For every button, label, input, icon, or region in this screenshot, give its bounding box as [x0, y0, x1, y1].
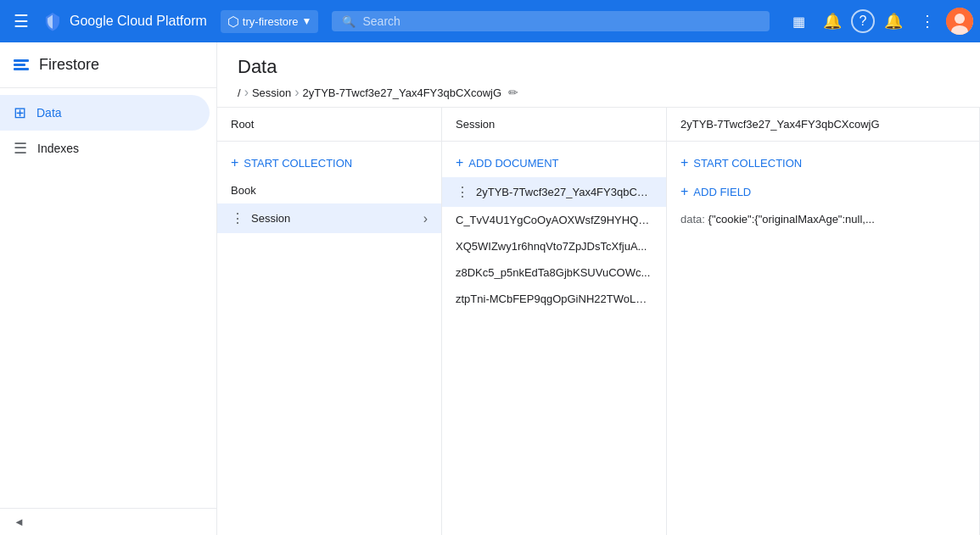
sidebar-title: Firestore: [39, 56, 99, 74]
session-doc-3[interactable]: XQ5WIZwy1r6hnqVto7ZpJDsTcXfjuA...: [442, 233, 666, 259]
doc3-label: XQ5WIZwy1r6hnqVto7ZpJDsTcXfjuA...: [456, 240, 652, 253]
field-value: {"cookie":{"originalMaxAge":null,...: [708, 213, 875, 226]
breadcrumb: / › Session › 2yTYB-7Twcf3e27_Yax4FY3qbC…: [238, 85, 960, 100]
topbar-actions: ▦ 🔔 ? 🔔 ⋮: [783, 6, 973, 36]
main-content: Data / › Session › 2yTYB-7Twcf3e27_Yax4F…: [217, 42, 980, 535]
add-field-button[interactable]: + ADD FIELD: [667, 177, 979, 206]
add-doc-plus-icon: +: [456, 155, 463, 170]
search-icon: 🔍: [342, 15, 356, 28]
project-icon: ⬡: [227, 14, 239, 30]
doc1-label: 2yTYB-7Twcf3e27_Yax4FY3qbCXco...: [476, 186, 652, 198]
sidebar-item-data[interactable]: ⊞ Data: [0, 95, 210, 131]
user-avatar[interactable]: [946, 8, 973, 35]
main-header: Data / › Session › 2yTYB-7Twcf3e27_Yax4F…: [217, 42, 980, 108]
session-doc-5[interactable]: ztpTni-MCbFEP9qgOpGiNH22TWoLN...: [442, 286, 666, 312]
doc-start-collection-label: START COLLECTION: [693, 157, 802, 170]
menu-icon[interactable]: ☰: [7, 4, 36, 38]
breadcrumb-edit-icon[interactable]: ✏: [508, 86, 518, 99]
sidebar-collapse-button[interactable]: ◄: [0, 508, 216, 535]
data-columns: Root + START COLLECTION Book ⋮ Session ›: [217, 108, 980, 535]
sidebar-nav: ⊞ Data ☰ Indexes: [0, 88, 216, 508]
session-column-header: Session: [442, 108, 666, 142]
document-column: 2yTYB-7Twcf3e27_Yax4FY3qbCXcowjG + START…: [667, 108, 980, 535]
field-key: data:: [680, 213, 705, 226]
session-doc-1[interactable]: ⋮ 2yTYB-7Twcf3e27_Yax4FY3qbCXco...: [442, 177, 666, 207]
start-collection-label: START COLLECTION: [244, 157, 352, 170]
alert-icon[interactable]: 🔔: [878, 6, 909, 36]
doc-col-plus-icon: +: [680, 155, 688, 170]
session-column: Session + ADD DOCUMENT ⋮ 2yTYB-7Twcf3e27…: [442, 108, 667, 535]
sidebar-item-indexes[interactable]: ☰ Indexes: [0, 131, 210, 166]
add-field-plus-icon: +: [680, 184, 688, 199]
root-item-book[interactable]: Book: [217, 177, 441, 203]
breadcrumb-sep-1: ›: [244, 85, 249, 100]
breadcrumb-session[interactable]: Session: [252, 86, 291, 99]
collapse-icon: ◄: [14, 515, 25, 528]
topbar: ☰ Google Cloud Platform ⬡ try-firestore …: [0, 0, 980, 42]
session-column-body: + ADD DOCUMENT ⋮ 2yTYB-7Twcf3e27_Yax4FY3…: [442, 142, 666, 535]
gcp-logo-icon: [42, 11, 63, 31]
project-name: try-firestore: [243, 15, 299, 28]
root-column-body: + START COLLECTION Book ⋮ Session ›: [217, 142, 441, 535]
project-dropdown-icon: ▼: [302, 15, 312, 27]
breadcrumb-sep-2: ›: [294, 85, 299, 100]
indexes-nav-icon: ☰: [14, 139, 27, 158]
add-field-label: ADD FIELD: [693, 186, 751, 198]
breadcrumb-root[interactable]: /: [238, 86, 241, 99]
app-layout: Firestore ⊞ Data ☰ Indexes ◄ Data / › Se…: [0, 42, 980, 535]
firestore-logo-icon: [14, 59, 29, 70]
session-arrow-icon: ›: [423, 211, 428, 226]
session-doc-2[interactable]: C_TvV4U1YgCoOyAOXWsfZ9HYHQe...: [442, 207, 666, 233]
sidebar: Firestore ⊞ Data ☰ Indexes ◄: [0, 42, 217, 535]
root-item-session[interactable]: ⋮ Session ›: [217, 203, 441, 233]
search-input[interactable]: [362, 14, 759, 28]
logo-text: Google Cloud Platform: [70, 14, 207, 29]
sidebar-item-data-label: Data: [36, 106, 62, 120]
session-doc-4[interactable]: z8DKc5_p5nkEdTa8GjbKSUVuCOWc...: [442, 259, 666, 286]
doc2-label: C_TvV4U1YgCoOyAOXWsfZ9HYHQe...: [456, 214, 652, 226]
project-selector[interactable]: ⬡ try-firestore ▼: [221, 10, 319, 33]
doc-start-collection-button[interactable]: + START COLLECTION: [667, 148, 979, 177]
data-nav-icon: ⊞: [14, 103, 26, 122]
search-bar[interactable]: 🔍: [332, 11, 770, 31]
help-icon[interactable]: ?: [851, 9, 875, 33]
app-logo: Google Cloud Platform: [42, 11, 207, 31]
page-title: Data: [238, 56, 960, 78]
add-document-label: ADD DOCUMENT: [468, 157, 558, 170]
more-options-icon[interactable]: ⋮: [912, 6, 943, 36]
plus-icon: +: [231, 155, 238, 170]
session-menu-icon[interactable]: ⋮: [231, 210, 244, 226]
document-column-header: 2yTYB-7Twcf3e27_Yax4FY3qbCXcowjG: [667, 108, 979, 142]
sidebar-item-indexes-label: Indexes: [37, 142, 79, 155]
svg-point-1: [955, 14, 965, 24]
breadcrumb-current: 2yTYB-7Twcf3e27_Yax4FY3qbCXcowjG: [303, 86, 502, 99]
cloud-shell-icon[interactable]: ▦: [783, 6, 814, 36]
start-collection-button[interactable]: + START COLLECTION: [217, 148, 441, 177]
document-column-body: + START COLLECTION + ADD FIELD data: {"c…: [667, 142, 979, 535]
book-item-label: Book: [231, 184, 428, 197]
root-column-header: Root: [217, 108, 441, 142]
add-document-button[interactable]: + ADD DOCUMENT: [442, 148, 666, 177]
doc5-label: ztpTni-MCbFEP9qgOpGiNH22TWoLN...: [456, 293, 652, 305]
notification-icon[interactable]: 🔔: [817, 6, 848, 36]
session-item-label: Session: [251, 212, 423, 225]
doc-field-data: data: {"cookie":{"originalMaxAge":null,.…: [667, 206, 979, 232]
sidebar-header: Firestore: [0, 42, 216, 88]
root-column: Root + START COLLECTION Book ⋮ Session ›: [217, 108, 442, 535]
doc1-menu-icon[interactable]: ⋮: [456, 184, 469, 200]
doc4-label: z8DKc5_p5nkEdTa8GjbKSUVuCOWc...: [456, 266, 652, 279]
